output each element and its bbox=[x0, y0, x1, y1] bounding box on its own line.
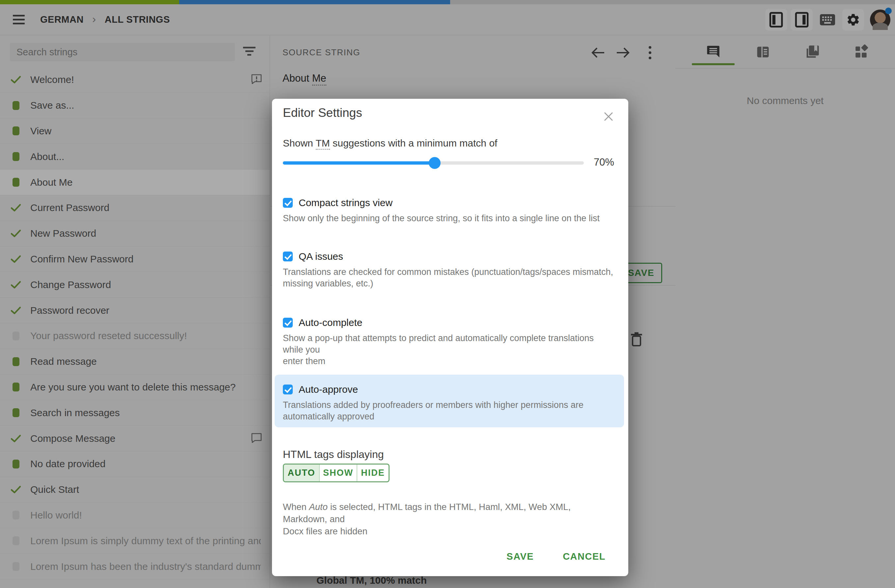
option-description: Show a pop-up that attempts to predict a… bbox=[283, 332, 616, 367]
slider-value: 70% bbox=[594, 156, 614, 168]
tm-match-slider[interactable] bbox=[283, 161, 584, 165]
settings-option: Compact strings viewShow only the beginn… bbox=[283, 197, 616, 224]
html-tags-option-show[interactable]: SHOW bbox=[319, 465, 356, 481]
html-tags-segmented-control: AUTOSHOWHIDE bbox=[283, 464, 390, 482]
html-tags-option-auto[interactable]: AUTO bbox=[284, 465, 319, 481]
tm-label-before: Shown bbox=[283, 138, 316, 149]
checkbox[interactable] bbox=[283, 252, 293, 261]
checkbox[interactable] bbox=[283, 198, 293, 208]
save-button[interactable]: SAVE bbox=[506, 549, 534, 564]
option-description: Translations added by proofreaders or me… bbox=[283, 399, 624, 423]
modal-actions: SAVE CANCEL bbox=[506, 549, 606, 564]
html-desc-before: When bbox=[283, 502, 309, 512]
tm-threshold-label: Shown TM suggestions with a minimum matc… bbox=[283, 138, 497, 149]
settings-option: Auto-completeShow a pop-up that attempts… bbox=[283, 317, 616, 367]
option-label: Auto-complete bbox=[299, 317, 362, 328]
settings-option: QA issuesTranslations are checked for co… bbox=[283, 251, 616, 289]
tm-term: TM bbox=[316, 138, 330, 150]
option-label: Compact strings view bbox=[299, 197, 393, 208]
modal-title: Editor Settings bbox=[283, 106, 362, 120]
cancel-button[interactable]: CANCEL bbox=[562, 549, 606, 564]
option-description: Show only the beginning of the source st… bbox=[283, 213, 616, 224]
slider-fill bbox=[283, 161, 435, 165]
tm-label-after: suggestions with a minimum match of bbox=[330, 138, 498, 149]
html-tags-option-hide[interactable]: HIDE bbox=[356, 465, 388, 481]
settings-option: Auto-approveTranslations added by proofr… bbox=[275, 375, 624, 427]
slider-thumb[interactable] bbox=[429, 157, 441, 169]
option-description: Translations are checked for common mist… bbox=[283, 266, 616, 289]
checkbox[interactable] bbox=[283, 385, 293, 394]
option-label: QA issues bbox=[299, 251, 343, 262]
html-tags-label: HTML tags displaying bbox=[283, 449, 384, 461]
close-icon[interactable] bbox=[601, 109, 616, 124]
html-tags-description: When Auto is selected, HTML tags in the … bbox=[283, 489, 616, 537]
html-desc-italic: Auto bbox=[309, 502, 328, 512]
checkbox[interactable] bbox=[283, 318, 293, 327]
editor-settings-modal: Editor Settings Shown TM suggestions wit… bbox=[272, 99, 628, 576]
option-label: Auto-approve bbox=[299, 384, 358, 395]
editor-app: GERMAN › ALL STRINGS bbox=[0, 0, 895, 588]
